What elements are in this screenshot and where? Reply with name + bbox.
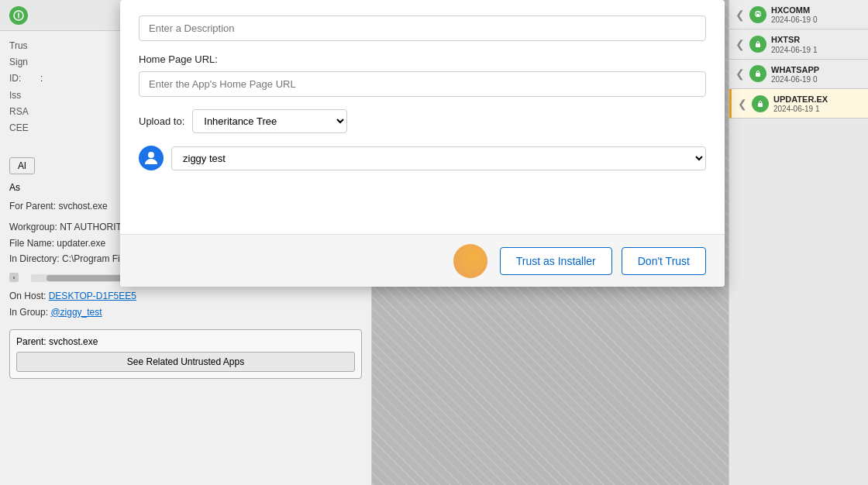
parent-label: Parent: svchost.exe <box>16 336 355 347</box>
org-icon <box>139 146 164 170</box>
host-info: On Host: DESKTOP-D1F5EE5 In Group: @zigg… <box>0 285 371 323</box>
as-label: As <box>9 182 20 193</box>
parent-box: Parent: svchost.exe See Related Untruste… <box>9 329 362 379</box>
id-label: ID: <box>9 71 40 86</box>
scroll-left[interactable]: ‹ <box>9 273 19 282</box>
svg-rect-2 <box>756 43 760 47</box>
homepage-group: Home Page URL: <box>139 53 706 97</box>
cert-badge-hxcomm <box>749 6 766 23</box>
sidebar-item-hxcomm[interactable]: ❮ HXCOMM 2024-06-19 0 <box>729 0 868 29</box>
trust-installer-button[interactable]: Trust as Installer <box>500 247 612 275</box>
sidebar-item-whatsapp-text: WHATSAPP 2024-06-19 0 <box>771 64 819 84</box>
cert-badge-whatsapp <box>749 65 766 82</box>
loading-spinner <box>453 244 487 278</box>
description-input[interactable] <box>139 15 706 41</box>
host-link[interactable]: DESKTOP-D1F5EE5 <box>49 291 136 301</box>
upload-label: Upload to: <box>139 115 184 127</box>
svg-rect-1 <box>756 14 760 16</box>
chevron-icon-2: ❮ <box>735 38 745 50</box>
cert-icon <box>9 6 28 25</box>
cert-badge-updater <box>752 95 769 112</box>
chevron-icon-3: ❮ <box>735 67 745 80</box>
sidebar-item-updater[interactable]: ❮ UPDATER.EX 2024-06-19 1 <box>729 89 868 119</box>
homepage-label: Home Page URL: <box>139 53 706 65</box>
chevron-icon: ❮ <box>735 9 745 21</box>
description-group <box>139 15 706 41</box>
org-row: ziggy test other org <box>139 146 706 170</box>
svg-rect-3 <box>756 73 760 77</box>
upload-row: Upload to: Inheritance Tree Direct Uploa… <box>139 109 706 133</box>
rsa-label: RSA <box>9 105 40 119</box>
id-value: : <box>40 71 43 86</box>
sign-label: Sign <box>9 55 40 70</box>
upload-select[interactable]: Inheritance Tree Direct Upload Manual <box>192 109 347 133</box>
sidebar-item-hxtsr-text: HXTSR 2024-06-19 1 <box>771 34 818 53</box>
dont-trust-button[interactable]: Don't Trust <box>622 247 706 275</box>
sidebar-item-hxtsr[interactable]: ❮ HXTSR 2024-06-19 1 <box>729 29 868 59</box>
right-sidebar: ❮ HXCOMM 2024-06-19 0 ❮ HXTSR 2024-06-19… <box>728 0 868 485</box>
cee-label: CEE <box>9 121 40 136</box>
sidebar-item-hxcomm-text: HXCOMM 2024-06-19 0 <box>771 5 818 24</box>
cert-badge-hxtsr <box>749 36 766 53</box>
sidebar-item-whatsapp[interactable]: ❮ WHATSAPP 2024-06-19 0 <box>729 60 868 89</box>
modal-body: Home Page URL: Upload to: Inheritance Tr… <box>120 0 725 186</box>
sidebar-item-updater-text: UPDATER.EX 2024-06-19 1 <box>773 94 828 113</box>
modal-footer: Trust as Installer Don't Trust <box>120 234 725 287</box>
svg-rect-4 <box>758 103 763 107</box>
allow-button[interactable]: Al <box>9 157 35 174</box>
homepage-input[interactable] <box>139 71 706 97</box>
trust-label: Trus <box>9 39 40 53</box>
group-link[interactable]: @ziggy_test <box>50 307 102 318</box>
modal-dialog: Home Page URL: Upload to: Inheritance Tr… <box>120 0 725 287</box>
org-select[interactable]: ziggy test other org <box>171 146 706 170</box>
iss-label: Iss <box>9 88 40 103</box>
chevron-icon-4: ❮ <box>738 98 747 110</box>
related-apps-button[interactable]: See Related Untrusted Apps <box>16 352 355 372</box>
svg-point-5 <box>148 152 154 158</box>
